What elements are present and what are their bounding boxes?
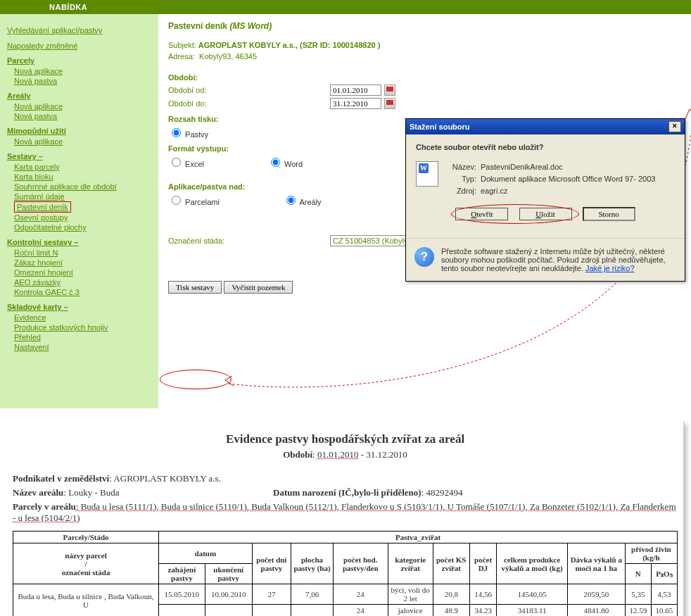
sidebar-kontrol[interactable]: Kontrolní sestavy –	[7, 238, 151, 246]
sidebar-arealy-newapp[interactable]: Nová aplikace	[14, 102, 63, 111]
sidebar-item[interactable]: Kontrola GAEC č.3	[14, 288, 80, 296]
sidebar-search[interactable]: Vyhledávání aplikací/pastvy	[7, 26, 102, 34]
data-table: Parcely/Stádo Pastva_zvířat názvy parcel…	[13, 531, 678, 616]
sidebar-item[interactable]: Omezení hnojení	[14, 268, 73, 277]
radio-excel[interactable]: Excel	[168, 156, 204, 168]
sidebar-parcely[interactable]: Parcely	[7, 56, 151, 65]
dialog-title: Stažení souboru	[410, 122, 470, 131]
radio-word[interactable]: Word	[267, 156, 303, 168]
cancel-button[interactable]: Storno	[583, 207, 635, 221]
tisk-button[interactable]: Tisk sestavy	[168, 281, 222, 294]
from-label: Období od:	[168, 86, 330, 94]
sidebar-arealy[interactable]: Areály	[7, 92, 151, 100]
sidebar-item[interactable]: Roční limit N	[14, 249, 58, 257]
shield-icon	[414, 247, 434, 267]
sidebar-item[interactable]: Zákaz hnojení	[14, 258, 63, 267]
sidebar-parcely-newpast[interactable]: Nová pastva	[14, 77, 57, 85]
content-pane: Pastevní deník (MS Word) Subjekt: AGROPL…	[158, 14, 691, 408]
period-label: Období:	[168, 73, 681, 82]
date-from-input[interactable]	[330, 84, 381, 96]
vycistit-button[interactable]: Vyčistit pozemek	[224, 281, 293, 294]
sidebar-item[interactable]: Karta bloku	[14, 172, 53, 181]
radio-pastvy[interactable]: Pastvy	[168, 126, 208, 139]
sidebar-arealy-newpast[interactable]: Nová pastva	[14, 112, 57, 120]
table-row: Buda u lesa, Buda u silnice , Buda Valko…	[13, 584, 678, 605]
sidebar-item[interactable]: Karta parcely	[14, 163, 60, 171]
sidebar-pastevni-denik[interactable]: Pastevní deník	[17, 203, 68, 211]
dialog-question: Chcete soubor otevřít nebo uložit?	[416, 143, 675, 151]
open-button[interactable]: Otevřít	[455, 208, 508, 220]
sidebar-item[interactable]: Odpočitatelné plochy	[14, 223, 87, 232]
download-dialog: Stažení souboru ✕ Chcete soubor otevřít …	[405, 118, 685, 282]
radio-parcelami[interactable]: Parcelami	[168, 194, 220, 206]
sidebar-item[interactable]: Nastavení	[14, 343, 49, 351]
to-label: Období do:	[168, 99, 330, 108]
save-button[interactable]: Uložit	[519, 208, 572, 220]
dialog-warning: Přestože software stažený z Internetu mů…	[441, 247, 676, 272]
subject-line: Subjekt: AGROPLAST KOBYLY a.s., (SZR ID:…	[168, 41, 681, 49]
top-menu-bar: NABÍDKA	[0, 0, 691, 14]
sidebar-item[interactable]: Osevní postupy	[14, 213, 68, 222]
sidebar-parcely-newapp[interactable]: Nová aplikace	[14, 67, 63, 75]
sidebar-item[interactable]: AEO závazky	[14, 278, 61, 287]
sidebar: Vyhledávání aplikací/pastvy Naposledy zm…	[0, 14, 158, 408]
address-line: Adresa: Kobyly93, 46345	[168, 52, 681, 61]
sidebar-recent[interactable]: Naposledy změněné	[7, 42, 77, 50]
word-icon	[416, 161, 438, 187]
stado-label: Označení stáda:	[168, 237, 330, 245]
doc-heading: Evidence pastvy hospodářských zvířat za …	[13, 432, 678, 446]
page-title: Pastevní deník (MS Word)	[168, 21, 681, 31]
sidebar-mimop-newapp[interactable]: Nová aplikace	[14, 137, 63, 146]
date-to-input[interactable]	[330, 98, 381, 109]
document-preview: Evidence pastvy hospodářských zvířat za …	[7, 421, 684, 616]
radio-arealy[interactable]: Areály	[283, 194, 322, 206]
dialog-file-info: Název:PastevniDenikAreal.doc Typ:Dokumen…	[447, 161, 655, 197]
sidebar-item[interactable]: Přehled	[14, 333, 41, 341]
sidebar-item[interactable]: Souhrnné aplikace dle období	[14, 182, 117, 191]
sidebar-mimop[interactable]: Mimopůdní užití	[7, 127, 151, 135]
sidebar-item[interactable]: Evidence	[14, 313, 46, 322]
sidebar-item[interactable]: Sumární údaje	[14, 192, 65, 201]
sidebar-sestavy[interactable]: Sestavy –	[7, 152, 151, 161]
close-icon[interactable]: ✕	[668, 121, 681, 132]
calendar-icon[interactable]	[384, 98, 395, 109]
sidebar-item[interactable]: Produkce statkových hnojiv	[14, 323, 108, 332]
calendar-icon[interactable]	[384, 84, 395, 96]
risk-link[interactable]: Jaké je riziko?	[585, 264, 635, 272]
sidebar-sklad[interactable]: Skladové karty –	[7, 303, 151, 311]
